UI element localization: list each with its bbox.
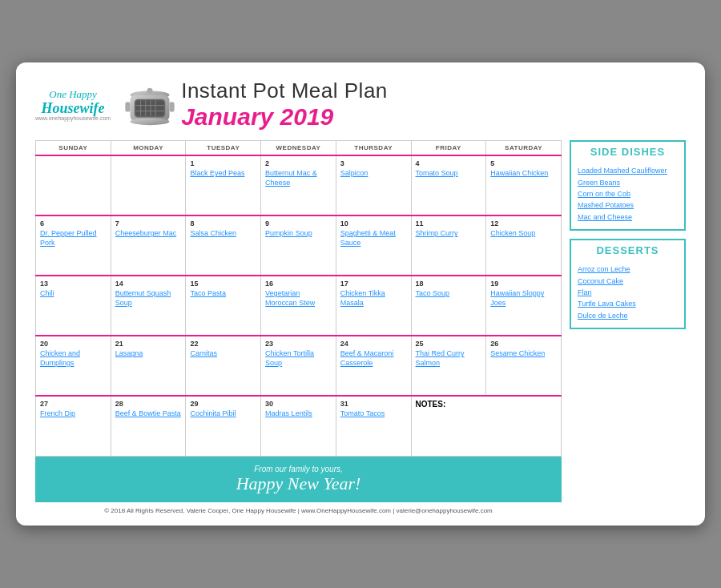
meal-link[interactable]: Lasagna	[115, 349, 182, 359]
calendar-cell: 7Cheeseburger Mac	[111, 215, 186, 276]
meal-link[interactable]: Dr. Pepper Pulled Pork	[40, 229, 107, 248]
meal-link[interactable]: Vegetarian Moroccan Stew	[265, 289, 332, 308]
day-number: 13	[40, 280, 107, 288]
meal-link[interactable]: Chicken and Dumplings	[40, 349, 107, 368]
meal-link[interactable]: Butternut Squash Soup	[115, 289, 182, 308]
side-dish-item[interactable]: Green Beans	[578, 177, 678, 188]
meal-link[interactable]: Shrimp Curry	[416, 229, 482, 239]
meal-link[interactable]: Thai Red Curry Salmon	[416, 349, 482, 368]
meal-link[interactable]: Salsa Chicken	[190, 229, 256, 239]
calendar-table: SUNDAY MONDAY TUESDAY WEDNESDAY THURSDAY…	[35, 140, 562, 457]
desserts-list: Arroz con LecheCoconut CakeFlanTurtle La…	[571, 260, 684, 328]
day-number: 29	[190, 400, 256, 408]
side-dish-item[interactable]: Mac and Cheese	[578, 211, 678, 223]
calendar-cell: 28Beef & Bowtie Pasta	[111, 396, 186, 456]
desserts-title: DESSERTS	[571, 240, 684, 260]
col-wednesday: WEDNESDAY	[261, 141, 336, 156]
meal-link[interactable]: Black Eyed Peas	[190, 169, 256, 179]
meal-link[interactable]: Pumpkin Soup	[265, 229, 332, 239]
calendar-cell: 20Chicken and Dumplings	[36, 336, 111, 396]
meal-link[interactable]: Chicken Tortilla Soup	[265, 349, 332, 368]
calendar-cell: 2Butternut Mac & Cheese	[261, 155, 336, 215]
dessert-item[interactable]: Turtle Lava Cakes	[578, 298, 678, 309]
meal-link[interactable]: Taco Pasta	[190, 289, 256, 299]
calendar-cell: 13Chili	[36, 276, 111, 336]
calendar-cell: 18Taco Soup	[411, 276, 486, 336]
meal-link[interactable]: Chicken Tikka Masala	[340, 289, 407, 308]
footer-from: From our family to yours,	[43, 465, 554, 473]
meal-link[interactable]: Taco Soup	[416, 289, 482, 299]
day-number: 10	[340, 219, 407, 228]
calendar-cell	[111, 155, 186, 215]
calendar-week-row-3: 20Chicken and Dumplings21Lasagna22Carnit…	[36, 336, 562, 396]
day-number: 2	[265, 159, 332, 167]
calendar-cell: 17Chicken Tikka Masala	[336, 276, 411, 336]
footer-copy: © 2018 All Rights Reserved, Valerie Coop…	[35, 507, 562, 514]
instant-pot-icon	[122, 81, 170, 129]
calendar-cell: 30Madras Lentils	[261, 396, 336, 456]
day-number: 5	[490, 159, 557, 167]
day-number: 27	[40, 400, 107, 408]
calendar-cell	[36, 155, 111, 215]
col-monday: MONDAY	[111, 141, 186, 156]
meal-link[interactable]: Hawaiian Sloppy Joes	[490, 289, 557, 308]
col-friday: FRIDAY	[411, 141, 486, 156]
calendar-header-row: SUNDAY MONDAY TUESDAY WEDNESDAY THURSDAY…	[36, 141, 562, 156]
day-number: 9	[265, 219, 332, 228]
meal-link[interactable]: Hawaiian Chicken	[490, 169, 557, 179]
footer-happy: Happy New Year!	[43, 473, 554, 494]
svg-point-13	[147, 88, 153, 94]
calendar-cell: NOTES:	[411, 396, 561, 456]
dessert-item[interactable]: Dulce de Leche	[578, 310, 678, 321]
col-sunday: SUNDAY	[36, 141, 111, 156]
day-number: 19	[490, 280, 557, 288]
calendar-cell: 6Dr. Pepper Pulled Pork	[36, 215, 111, 276]
calendar-cell: 31Tomato Tacos	[336, 396, 411, 456]
dessert-item[interactable]: Coconut Cake	[578, 276, 678, 287]
month-title: January 2019	[181, 103, 686, 131]
calendar-cell: 4Tomato Soup	[411, 155, 486, 215]
meal-link[interactable]: Beef & Bowtie Pasta	[115, 409, 182, 419]
day-number: 4	[416, 159, 482, 167]
side-dishes-list: Loaded Mashed CauliflowerGreen BeansCorn…	[571, 162, 684, 229]
meal-link[interactable]: Carnitas	[190, 349, 256, 359]
logo-area: One Happy Housewife www.onehappyhousewif…	[35, 88, 111, 121]
meal-link[interactable]: Chicken Soup	[490, 229, 557, 239]
side-dish-item[interactable]: Mashed Potatoes	[578, 199, 678, 211]
side-dish-item[interactable]: Loaded Mashed Cauliflower	[578, 165, 678, 176]
day-number: 14	[115, 280, 182, 288]
meal-link[interactable]: Sesame Chicken	[490, 349, 557, 359]
meal-link[interactable]: Beef & Macaroni Casserole	[340, 349, 407, 368]
footer-banner: From our family to yours, Happy New Year…	[35, 457, 562, 502]
meal-link[interactable]: Butternut Mac & Cheese	[265, 169, 332, 187]
day-number: 25	[416, 340, 482, 348]
title-area: Instant Pot Meal Plan January 2019	[181, 79, 686, 131]
calendar-wrapper: SUNDAY MONDAY TUESDAY WEDNESDAY THURSDAY…	[35, 140, 562, 514]
day-number: 17	[340, 280, 407, 288]
calendar-cell: 11Shrimp Curry	[411, 215, 486, 276]
calendar-cell: 8Salsa Chicken	[186, 215, 261, 276]
side-dish-item[interactable]: Corn on the Cob	[578, 188, 678, 199]
meal-link[interactable]: Chili	[40, 289, 107, 299]
svg-rect-3	[136, 100, 164, 115]
calendar-cell: 5Hawaiian Chicken	[486, 155, 562, 215]
calendar-cell: 26Sesame Chicken	[486, 336, 562, 396]
meal-link[interactable]: Salpicon	[340, 169, 407, 179]
meal-link[interactable]: Spaghetti & Meat Sauce	[340, 229, 407, 248]
sidebar: SIDE DISHES Loaded Mashed CauliflowerGre…	[570, 140, 686, 514]
meal-link[interactable]: Madras Lentils	[265, 409, 332, 419]
day-number: 18	[416, 280, 482, 288]
meal-link[interactable]: Cheeseburger Mac	[115, 229, 182, 239]
meal-link[interactable]: Cochinita Pibil	[190, 409, 256, 419]
calendar-cell: 9Pumpkin Soup	[261, 215, 336, 276]
meal-link[interactable]: Tomato Tacos	[340, 409, 407, 419]
side-dishes-title: SIDE DISHES	[571, 142, 684, 162]
meal-link[interactable]: Tomato Soup	[416, 169, 482, 179]
dessert-item[interactable]: Flan	[578, 287, 678, 298]
day-number: 1	[190, 159, 256, 167]
meal-link[interactable]: French Dip	[40, 409, 107, 419]
calendar-cell: 3Salpicon	[336, 155, 411, 215]
day-number: 31	[340, 400, 407, 408]
dessert-item[interactable]: Arroz con Leche	[578, 264, 678, 275]
side-dishes-section: SIDE DISHES Loaded Mashed CauliflowerGre…	[570, 140, 686, 231]
